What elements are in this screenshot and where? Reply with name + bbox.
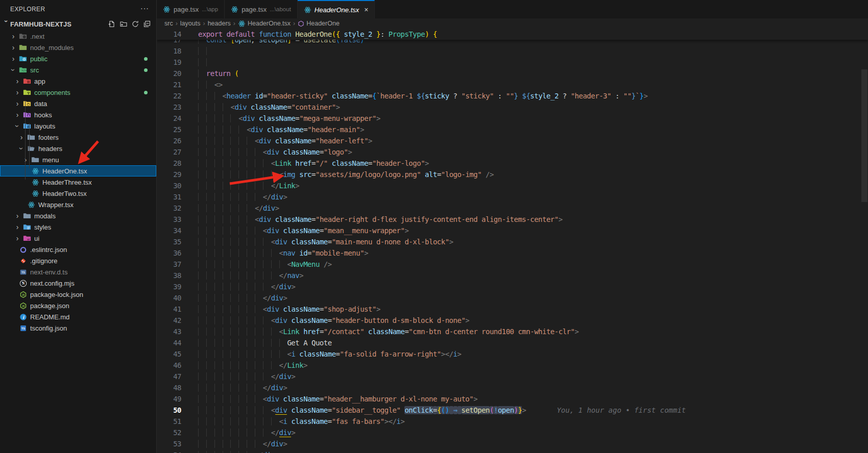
project-root-row[interactable]: › FARMHUB-NEXTJS (0, 18, 156, 30)
tab-page-tsx-app[interactable]: page.tsx...\app (157, 0, 225, 18)
code-line-38[interactable]: 38 </nav> (157, 270, 868, 281)
line-number[interactable]: 47 (157, 371, 181, 382)
code-line-32[interactable]: 32 </div> (157, 203, 868, 214)
tree-item-package-json[interactable]: JSpackage.json (0, 300, 156, 311)
code-line-54[interactable]: 54 </div> (157, 449, 868, 453)
tree-item-app[interactable]: ›app (0, 76, 156, 87)
chevron-down-icon[interactable]: › (9, 66, 17, 74)
code-line-50[interactable]: 50 <div className="sidebar__toggle" onCl… (157, 405, 868, 416)
tree-item-layouts[interactable]: ›layouts (0, 120, 156, 132)
code-line-35[interactable]: 35 <div className="main-menu d-none d-xl… (157, 236, 868, 247)
tree-item-next[interactable]: ›.next (0, 31, 156, 42)
chevron-right-icon[interactable]: › (17, 133, 26, 141)
code-line-34[interactable]: 34 <div className="mean__menu-wrapper"> (157, 225, 868, 236)
breadcrumb-item-headerone[interactable]: HeaderOne (298, 20, 340, 27)
line-number[interactable]: 22 (157, 90, 181, 102)
tree-item-headers[interactable]: ›headers (0, 143, 156, 154)
tree-item-data[interactable]: ›data (0, 98, 156, 109)
code-line-18[interactable]: 18 (157, 45, 868, 57)
chevron-right-icon[interactable]: › (13, 234, 21, 242)
line-number[interactable]: 48 (157, 382, 181, 393)
code-line-41[interactable]: 41 <div className="shop-adjust"> (157, 304, 868, 315)
code-line-21[interactable]: 21 <> (157, 79, 868, 90)
line-number[interactable]: 53 (157, 438, 181, 449)
code-line-52[interactable]: 52 </div> (157, 427, 868, 438)
code-line-37[interactable]: 37 <NavMenu /> (157, 259, 868, 270)
tree-item-tsconfig-json[interactable]: TStsconfig.json (0, 322, 156, 334)
tab-page-tsx-about[interactable]: page.tsx...\about (225, 0, 298, 18)
tab-headerone-tsx[interactable]: HeaderOne.tsx× (298, 0, 375, 18)
line-number[interactable]: 29 (157, 169, 181, 180)
tree-item-modals[interactable]: ›modals (0, 210, 156, 221)
sticky-scroll-line[interactable]: 14export default function HeaderOne({ st… (157, 29, 868, 40)
line-number[interactable]: 38 (157, 270, 181, 281)
code-line-23[interactable]: 23 <div className="container"> (157, 102, 868, 113)
code-line-47[interactable]: 47 </div> (157, 371, 868, 382)
tree-item-headertwo-tsx[interactable]: HeaderTwo.tsx (0, 188, 156, 199)
code-line-24[interactable]: 24 <div className="mega-menu-wrapper"> (157, 113, 868, 124)
line-number[interactable]: 30 (157, 180, 181, 191)
breadcrumb-item-headerone-tsx[interactable]: HeaderOne.tsx (238, 20, 291, 28)
new-folder-icon[interactable] (119, 20, 128, 28)
line-number[interactable]: 28 (157, 158, 181, 169)
line-number[interactable]: 36 (157, 247, 181, 259)
line-number[interactable]: 33 (157, 214, 181, 225)
chevron-right-icon[interactable]: › (9, 55, 17, 63)
line-number[interactable]: 19 (157, 57, 181, 68)
tree-item-ui[interactable]: ›uiui (0, 233, 156, 244)
collapse-all-icon[interactable] (143, 20, 151, 28)
chevron-right-icon[interactable]: › (9, 43, 17, 52)
more-actions-icon[interactable]: ··· (140, 4, 149, 12)
refresh-icon[interactable] (131, 20, 139, 28)
code-line-30[interactable]: 30 </Link> (157, 180, 868, 191)
line-number[interactable]: 49 (157, 393, 181, 405)
line-number[interactable]: 43 (157, 326, 181, 337)
new-file-icon[interactable] (108, 20, 116, 28)
tree-item-public[interactable]: ›public (0, 53, 156, 64)
code-line-36[interactable]: 36 <nav id="mobile-menu"> (157, 247, 868, 259)
code-line-33[interactable]: 33 <div className="header-right d-flex j… (157, 214, 868, 225)
chevron-right-icon[interactable]: › (13, 223, 21, 231)
chevron-right-icon[interactable]: › (13, 99, 21, 108)
code-line-40[interactable]: 40 </div> (157, 292, 868, 304)
tree-item-styles[interactable]: ›styles (0, 221, 156, 233)
line-number[interactable]: 25 (157, 124, 181, 135)
code-line-39[interactable]: 39 </div> (157, 281, 868, 292)
code-line-28[interactable]: 28 <Link href="/" className="header-logo… (157, 158, 868, 169)
chevron-right-icon[interactable]: › (13, 88, 21, 96)
close-icon[interactable]: × (364, 6, 368, 14)
code-line-29[interactable]: 29 <img src="assets/img/logo/logo.png" a… (157, 169, 868, 180)
chevron-right-icon[interactable]: › (13, 111, 21, 119)
breadcrumb-item-layouts[interactable]: layouts (180, 20, 201, 27)
line-number[interactable]: 35 (157, 236, 181, 247)
line-number[interactable]: 37 (157, 259, 181, 270)
code-line-19[interactable]: 19 (157, 57, 868, 68)
chevron-down-icon[interactable]: › (13, 122, 21, 130)
code-line-51[interactable]: 51 <i className="fas fa-bars"></i> (157, 416, 868, 427)
line-number[interactable]: 54 (157, 449, 181, 453)
code-line-27[interactable]: 27 <div className="logo"> (157, 146, 868, 158)
line-number[interactable]: 34 (157, 225, 181, 236)
chevron-right-icon[interactable]: › (13, 77, 21, 85)
breadcrumb-item-headers[interactable]: headers (208, 20, 231, 27)
chevron-right-icon[interactable]: › (9, 32, 17, 40)
line-number[interactable]: 46 (157, 360, 181, 371)
code-line-53[interactable]: 53 </div> (157, 438, 868, 449)
code-line-46[interactable]: 46 </Link> (157, 360, 868, 371)
code-line-48[interactable]: 48 </div> (157, 382, 868, 393)
scrollbar-thumb[interactable] (861, 69, 867, 202)
tree-item-next-env-d-ts[interactable]: TSnext-env.d.ts (0, 266, 156, 278)
code-line-22[interactable]: 22 <header id="header-sticky" className=… (157, 90, 868, 102)
code-line-45[interactable]: 45 <i className="fa-solid fa-arrow-right… (157, 348, 868, 360)
line-number[interactable]: 26 (157, 135, 181, 146)
code-line-44[interactable]: 44 Get A Quote (157, 337, 868, 348)
tree-item-footers[interactable]: ›footers (0, 132, 156, 143)
tree-item-readme-md[interactable]: iREADME.md (0, 311, 156, 322)
tree-item-headerone-tsx[interactable]: HeaderOne.tsx (0, 165, 156, 177)
line-number[interactable]: 50 (157, 405, 181, 416)
line-number[interactable]: 44 (157, 337, 181, 348)
line-number[interactable]: 42 (157, 315, 181, 326)
chevron-right-icon[interactable]: › (13, 212, 21, 220)
code-line-43[interactable]: 43 <Link href="/contact" className="cmn-… (157, 326, 868, 337)
tree-item-src[interactable]: ›</>src (0, 64, 156, 76)
